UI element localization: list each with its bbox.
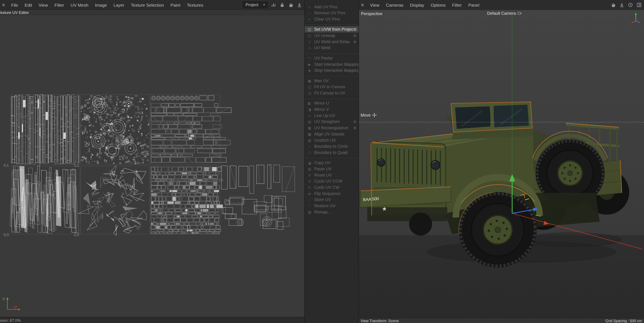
cmd-boundary-to-quad: □Boundary to Quad (305, 149, 358, 156)
cmd-line-up-uv: ≡Line Up UV (305, 112, 358, 119)
uv-editor-menus: FileEditViewFilterUV MeshImageLayerTextu… (8, 2, 206, 7)
gear-icon[interactable]: ⚙ (353, 120, 358, 124)
menu-item-layer[interactable]: Layer (110, 2, 128, 7)
remap-icon: ▨ (307, 210, 312, 214)
uv-weld-icon: ◇ (307, 46, 312, 50)
project-dropdown[interactable]: Project ▾ (243, 1, 268, 8)
move-tool-icon (372, 113, 377, 117)
uv-coord-label-10: 1,0 (74, 233, 79, 237)
cmd-max-uv: ▣Max UV (305, 78, 358, 84)
boundary-to-circle-icon: ○ (307, 144, 312, 148)
restore-uv-icon: ↑ (307, 204, 312, 208)
cmd-label: Paste UV (314, 167, 332, 171)
cmd-label: Copy UV (314, 161, 330, 165)
menu-item-view[interactable]: View (367, 2, 382, 7)
stop-interactive-mapping-icon: ■ (307, 68, 312, 72)
viewport-axis-gizmo (630, 12, 642, 24)
grid-spacing-status: Grid Spacing : 500 cm (606, 319, 644, 323)
clock-icon[interactable] (628, 2, 634, 8)
start-interactive-mapping-icon: ▶ (307, 62, 312, 66)
gear-icon[interactable]: ⚙ (353, 33, 358, 37)
command-group-divider (305, 52, 358, 53)
viewport-status-bar: View Transform: Scene Grid Spacing : 500… (359, 318, 644, 323)
hand-icon[interactable] (610, 2, 616, 8)
panel-menu-icon[interactable]: ≡ (0, 2, 8, 8)
lock-icon[interactable] (279, 2, 285, 8)
cmd-label: Set UVW from Projection (314, 27, 353, 32)
cmd-copy-uv: ◪Copy UV (305, 160, 358, 166)
scene-truck-and-gizmo[interactable]: ★ (359, 10, 644, 318)
viewport-menus: ViewCamerasDisplayOptionsFilterPanel (367, 2, 483, 7)
menu-item-edit[interactable]: Edit (22, 2, 35, 7)
menu-item-paint[interactable]: Paint (167, 2, 184, 7)
menu-item-uv-mesh[interactable]: UV Mesh (67, 2, 92, 7)
uv-coord-label-01: 0,1 (4, 163, 9, 167)
cmd-label: Reset UV (314, 173, 332, 177)
cmd-clear-uv-pins: ×Clear UV Pins (305, 16, 358, 22)
uv-rectangularize-icon: ▦ (307, 126, 312, 130)
viewport-menu-icon[interactable]: ≡ (359, 2, 367, 8)
boundary-to-quad-icon: □ (307, 150, 312, 155)
cmd-label: Remove UV Pins (314, 10, 346, 15)
bumper-star-decal: ★ (382, 205, 387, 212)
cmd-uv-unwrap: ◰UV Unwrap⚙ (305, 32, 358, 38)
cmd-uv-peeler: ◠UV Peeler (305, 55, 358, 61)
menu-item-image[interactable]: Image (92, 2, 110, 7)
cmd-uv-straighten: ▤UV Straighten⚙ (305, 119, 358, 125)
add-uv-pins-icon: + (307, 5, 312, 9)
gear-icon[interactable]: ⚙ (353, 27, 358, 31)
menu-item-file[interactable]: File (8, 2, 22, 7)
menu-item-display[interactable]: Display (407, 2, 428, 7)
uv-editor-tab[interactable]: Texture UV Editor (0, 10, 304, 15)
truck-model[interactable]: ★ (359, 10, 629, 271)
cmd-label: UV Rectangularize (314, 125, 348, 130)
gear-icon[interactable]: ⚙ (353, 40, 358, 44)
menu-item-panel[interactable]: Panel (465, 2, 483, 7)
mirror-u-icon: ◧ (307, 101, 312, 105)
command-group-divider (305, 24, 358, 25)
max-uv-icon: ▣ (307, 79, 312, 83)
cmd-unstitch-uv: ▧Unstitch UV (305, 137, 358, 143)
cmd-fit-uv-to-canvas: ◱Fit UV to Canvas (305, 84, 358, 90)
uv-status-bar: Zoom: 67.0% (0, 317, 304, 323)
cmd-label: Cycle UV CW (314, 185, 339, 190)
camera-label[interactable]: Default Camera (487, 11, 522, 15)
active-tool-label: Move (360, 113, 377, 117)
uv-axis-gizmo: V U (2, 294, 23, 314)
cmd-label: Max UV (314, 78, 329, 83)
cmd-remove-uv-pins: −Remove UV Pins (305, 10, 358, 16)
uv-canvas[interactable] (0, 15, 304, 317)
remove-uv-pins-icon: − (307, 11, 312, 15)
uv-straighten-icon: ▤ (307, 120, 312, 124)
download-icon[interactable] (619, 2, 625, 8)
command-group-divider (305, 75, 358, 76)
menu-item-view[interactable]: View (35, 2, 51, 7)
cmd-align-uv-islands: ▩Align UV Islands (305, 131, 358, 137)
camera-icon (518, 11, 522, 15)
menu-item-filter[interactable]: Filter (449, 2, 465, 7)
uv-command-panel: +Add UV Pins−Remove UV Pins×Clear UV Pin… (304, 0, 359, 323)
histogram-icon[interactable] (271, 2, 276, 8)
menu-item-cameras[interactable]: Cameras (382, 2, 407, 7)
cmd-mirror-v: ◨Mirror V (305, 106, 358, 112)
menu-item-options[interactable]: Options (428, 2, 449, 7)
download-icon[interactable] (296, 2, 302, 8)
cmd-restore-uv: ↑Restore UV (305, 203, 358, 209)
layout-icon[interactable] (636, 2, 642, 8)
menu-item-texture-selection[interactable]: Texture Selection (128, 2, 167, 7)
store-uv-icon: ↓ (307, 198, 312, 202)
cmd-label: Line Up UV (314, 113, 335, 118)
cmd-label: UV Straighten (314, 119, 340, 124)
menu-item-textures[interactable]: Textures (184, 2, 206, 7)
view-label[interactable]: Perspective (361, 11, 382, 16)
menu-item-filter[interactable]: Filter (51, 2, 68, 7)
cmd-set-uvw-from-projection[interactable]: ◫Set UVW from Projection⚙ (305, 26, 358, 32)
hand-icon[interactable] (288, 2, 294, 8)
cmd-label: Fit UV to Canvas (314, 85, 345, 89)
gear-icon[interactable]: ⚙ (353, 126, 358, 130)
set-uvw-from-projection-icon: ◫ (307, 27, 312, 31)
cmd-label: UV Peeler (314, 56, 333, 60)
cmd-label: Clear UV Pins (314, 17, 340, 21)
cmd-uv-weld: ◇UV Weld (305, 45, 358, 51)
viewport-3d[interactable]: Perspective Default Camera Move (359, 10, 644, 318)
